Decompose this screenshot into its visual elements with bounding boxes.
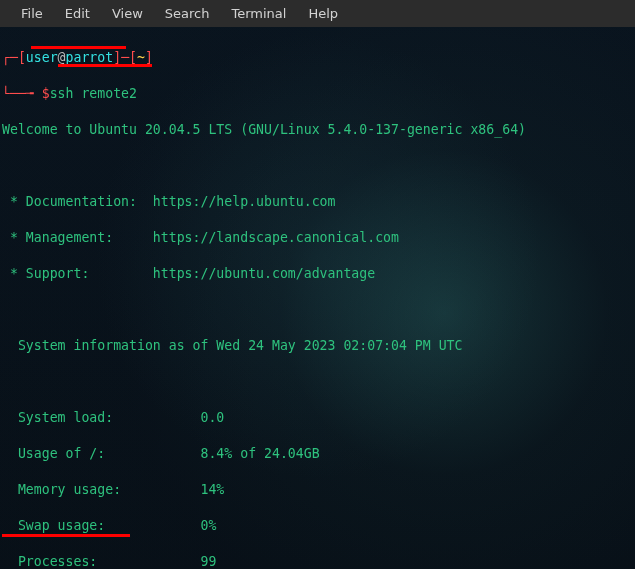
menu-file[interactable]: File xyxy=(10,2,54,25)
underline-annotation-3 xyxy=(2,534,130,537)
prompt-at: @ xyxy=(58,50,66,65)
prompt2-pre: └──╼ xyxy=(2,86,42,101)
support-link: * Support: https://ubuntu.com/advantage xyxy=(2,265,633,283)
underline-annotation-1 xyxy=(31,46,126,49)
command: ssh remote2 xyxy=(50,86,137,101)
mgmt-link: * Management: https://landscape.canonica… xyxy=(2,229,633,247)
sysinfo-load: System load: 0.0 xyxy=(2,409,633,427)
prompt-post-cwd: ] xyxy=(145,50,153,65)
prompt-host: parrot xyxy=(66,50,114,65)
prompt2-sym: $ xyxy=(42,86,50,101)
menu-search[interactable]: Search xyxy=(154,2,221,25)
prompt-line-2: └──╼ $ssh remote2 xyxy=(2,85,633,103)
sysinfo-swap: Swap usage: 0% xyxy=(2,517,633,535)
menu-help[interactable]: Help xyxy=(297,2,349,25)
sysinfo-header: System information as of Wed 24 May 2023… xyxy=(2,337,633,355)
underline-annotation-2 xyxy=(58,64,152,67)
menubar: File Edit View Search Terminal Help xyxy=(0,0,635,27)
menu-terminal[interactable]: Terminal xyxy=(220,2,297,25)
menu-edit[interactable]: Edit xyxy=(54,2,101,25)
menu-view[interactable]: View xyxy=(101,2,154,25)
prompt-pre: ┌─[ xyxy=(2,50,26,65)
prompt-user: user xyxy=(26,50,58,65)
sysinfo-proc: Processes: 99 xyxy=(2,553,633,569)
doc-link: * Documentation: https://help.ubuntu.com xyxy=(2,193,633,211)
sysinfo-usage: Usage of /: 8.4% of 24.04GB xyxy=(2,445,633,463)
prompt-post-host: ]─[ xyxy=(113,50,137,65)
sysinfo-mem: Memory usage: 14% xyxy=(2,481,633,499)
welcome-line: Welcome to Ubuntu 20.04.5 LTS (GNU/Linux… xyxy=(2,121,633,139)
terminal-content[interactable]: ┌─[user@parrot]─[~] └──╼ $ssh remote2 We… xyxy=(0,27,635,569)
prompt-cwd: ~ xyxy=(137,50,145,65)
